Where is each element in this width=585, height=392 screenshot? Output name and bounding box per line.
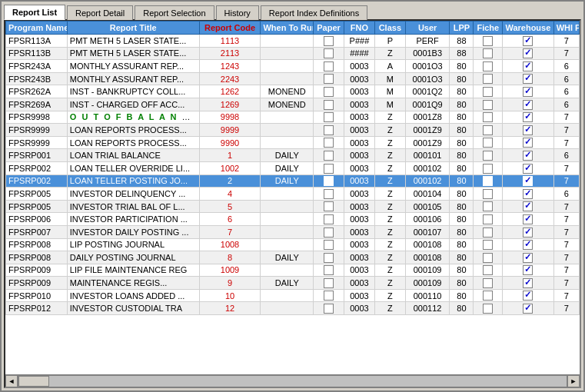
table-row[interactable]: FPSR9999LOAN REPORTS PROCESS...99900003Z…: [6, 136, 580, 149]
cell-paper[interactable]: [314, 47, 344, 60]
cell-warehouse[interactable]: [503, 213, 554, 226]
cell-warehouse[interactable]: [503, 72, 554, 85]
cell-warehouse[interactable]: [503, 35, 554, 48]
cell-fiche[interactable]: [474, 136, 503, 149]
cell-fiche[interactable]: [474, 47, 503, 60]
cell-warehouse[interactable]: [503, 200, 554, 213]
cell-warehouse[interactable]: [503, 161, 554, 174]
col-header-fno[interactable]: FNO: [344, 22, 375, 35]
tab-report-list[interactable]: Report List: [4, 5, 65, 20]
table-row[interactable]: FPSRP006INVESTOR PARTICIPATION ...60003Z…: [6, 213, 580, 226]
cell-fiche[interactable]: [474, 238, 503, 251]
tab-report-index[interactable]: Report Index Definitions: [261, 5, 367, 20]
col-header-title[interactable]: Report Title: [67, 22, 199, 35]
table-container[interactable]: Program Name Report Title Report Code Wh…: [5, 21, 580, 374]
cell-paper[interactable]: [314, 289, 344, 302]
cell-fiche[interactable]: [474, 149, 503, 162]
cell-paper[interactable]: [314, 238, 344, 251]
cell-fiche[interactable]: [474, 200, 503, 213]
cell-warehouse[interactable]: [503, 124, 554, 137]
cell-warehouse[interactable]: [503, 136, 554, 149]
table-row[interactable]: FPSRP005INVESTOR DELINQUENCY ...40003Z00…: [6, 188, 580, 201]
cell-warehouse[interactable]: [503, 188, 554, 201]
col-header-user[interactable]: User: [405, 22, 450, 35]
cell-warehouse[interactable]: [503, 251, 554, 264]
cell-fiche[interactable]: [474, 98, 503, 111]
cell-warehouse[interactable]: [503, 289, 554, 302]
table-row[interactable]: FPSR113APMT METH 5 LASER STATE...1113P##…: [6, 35, 580, 48]
table-row[interactable]: FPSRP008LIP POSTING JOURNAL10080003Z0001…: [6, 238, 580, 251]
cell-warehouse[interactable]: [503, 225, 554, 238]
cell-paper[interactable]: [314, 85, 344, 98]
cell-fiche[interactable]: [474, 174, 503, 188]
table-row[interactable]: FPSRP010INVESTOR LOANS ADDED ...100003Z0…: [6, 289, 580, 302]
cell-fiche[interactable]: [474, 302, 503, 315]
cell-paper[interactable]: [314, 264, 344, 277]
cell-fiche[interactable]: [474, 72, 503, 85]
cell-fiche[interactable]: [474, 35, 503, 48]
table-row[interactable]: FPSRP002LOAN TELLER POSTING JO...2DAILY0…: [6, 174, 580, 188]
cell-paper[interactable]: [314, 188, 344, 201]
cell-warehouse[interactable]: [503, 238, 554, 251]
cell-fiche[interactable]: [474, 85, 503, 98]
cell-paper[interactable]: [314, 161, 344, 174]
cell-fiche[interactable]: [474, 251, 503, 264]
cell-warehouse[interactable]: [503, 264, 554, 277]
cell-fiche[interactable]: [474, 213, 503, 226]
cell-paper[interactable]: [314, 98, 344, 111]
cell-warehouse[interactable]: [503, 277, 554, 290]
cell-paper[interactable]: [314, 200, 344, 213]
table-row[interactable]: FPSRP007INVESTOR DAILY POSTING ...70003Z…: [6, 225, 580, 238]
col-header-fiche[interactable]: Fiche: [474, 22, 503, 35]
cell-fiche[interactable]: [474, 188, 503, 201]
table-row[interactable]: FPSRP002LOAN TELLER OVERRIDE LI...1002DA…: [6, 161, 580, 174]
cell-paper[interactable]: [314, 60, 344, 73]
table-row[interactable]: FPSRP008DAILY POSTING JOURNAL8DAILY0003Z…: [6, 251, 580, 264]
col-header-lpp[interactable]: LPP: [450, 22, 474, 35]
cell-paper[interactable]: [314, 136, 344, 149]
table-row[interactable]: FPSR9998O U T O F B A L A N C E R E99980…: [6, 111, 580, 124]
table-row[interactable]: FPSRP005INVESTOR TRIAL BAL OF L...50003Z…: [6, 200, 580, 213]
cell-paper[interactable]: [314, 213, 344, 226]
cell-fiche[interactable]: [474, 277, 503, 290]
cell-paper[interactable]: [314, 225, 344, 238]
cell-warehouse[interactable]: [503, 174, 554, 188]
cell-warehouse[interactable]: [503, 98, 554, 111]
cell-warehouse[interactable]: [503, 47, 554, 60]
col-header-program[interactable]: Program Name: [6, 22, 68, 35]
col-header-when[interactable]: When To Run: [261, 22, 314, 35]
col-header-whi[interactable]: WHI Pri: [553, 22, 579, 35]
cell-fiche[interactable]: [474, 225, 503, 238]
cell-paper[interactable]: [314, 72, 344, 85]
table-row[interactable]: FPSR9999LOAN REPORTS PROCESS...99990003Z…: [6, 124, 580, 137]
tab-report-selection[interactable]: Report Selection: [135, 5, 214, 20]
table-row[interactable]: FPSRP009MAINTENANCE REGIS...9DAILY0003Z0…: [6, 277, 580, 290]
table-row[interactable]: FPSRP009LIP FILE MAINTENANCE REG10090003…: [6, 264, 580, 277]
cell-warehouse[interactable]: [503, 85, 554, 98]
table-row[interactable]: FPSR269AINST - CHARGED OFF ACC...1269MON…: [6, 98, 580, 111]
table-row[interactable]: FPSR243AMONTHLY ASSURANT REP...12430003A…: [6, 60, 580, 73]
col-header-paper[interactable]: Paper: [314, 22, 344, 35]
table-row[interactable]: FPSRP012INVESTOR CUSTODIAL TRA120003Z000…: [6, 302, 580, 315]
table-row[interactable]: FPSR262AINST - BANKRUPTCY COLL...1262MON…: [6, 85, 580, 98]
cell-fiche[interactable]: [474, 111, 503, 124]
cell-fiche[interactable]: [474, 124, 503, 137]
col-header-class[interactable]: Class: [374, 22, 405, 35]
cell-paper[interactable]: [314, 302, 344, 315]
table-row[interactable]: FPSR113BPMT METH 5 LASER STATE...2113###…: [6, 47, 580, 60]
cell-paper[interactable]: [314, 35, 344, 48]
scroll-thumb[interactable]: [18, 376, 49, 387]
scroll-right-button[interactable]: ►: [567, 375, 580, 387]
cell-paper[interactable]: [314, 111, 344, 124]
cell-warehouse[interactable]: [503, 302, 554, 315]
scroll-track[interactable]: [18, 375, 567, 387]
col-header-code[interactable]: Report Code: [199, 22, 261, 35]
cell-paper[interactable]: [314, 251, 344, 264]
cell-paper[interactable]: [314, 277, 344, 290]
table-row[interactable]: FPSRP001LOAN TRIAL BALANCE1DAILY0003Z000…: [6, 149, 580, 162]
tab-history[interactable]: History: [216, 5, 259, 20]
cell-warehouse[interactable]: [503, 60, 554, 73]
cell-fiche[interactable]: [474, 289, 503, 302]
scroll-left-button[interactable]: ◄: [5, 375, 18, 387]
cell-paper[interactable]: [314, 124, 344, 137]
